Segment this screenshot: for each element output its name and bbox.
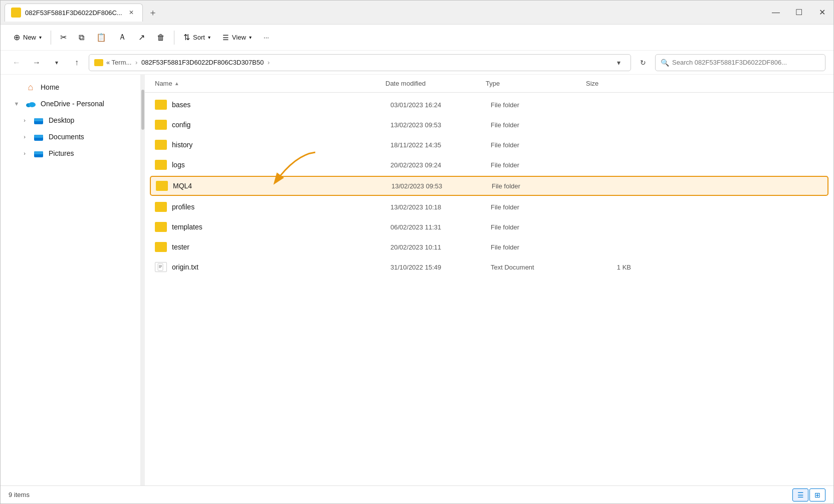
column-name-label: Name — [155, 80, 172, 87]
sidebar-item-pictures[interactable]: › Pictures — [5, 145, 136, 161]
addr-path-part: 082F53F5881F3D6022DF806C3D307B50 — [141, 59, 264, 66]
address-row: ← → ▾ ↑ « Term... › 082F53F5881F3D6022DF… — [1, 51, 833, 75]
folder-icon-logs — [155, 160, 167, 170]
sidebar-scrollbar[interactable] — [141, 75, 145, 485]
sidebar-item-desktop[interactable]: › Desktop — [5, 112, 136, 128]
copy-button[interactable]: ⧉ — [74, 30, 89, 45]
paste-icon: 📋 — [96, 33, 106, 42]
file-size-origin: 1 KB — [591, 264, 641, 271]
file-type-bases: File folder — [491, 101, 591, 109]
sidebar-item-documents[interactable]: › Documents — [5, 129, 136, 145]
scissors-icon: ✂ — [60, 33, 67, 42]
active-tab[interactable]: 082F53F5881F3D6022DF806C... ✕ — [5, 4, 143, 22]
sort-icon: ⇅ — [183, 33, 190, 42]
file-row-config[interactable]: config 13/02/2023 09:53 File folder — [145, 115, 833, 135]
trash-icon: 🗑 — [157, 33, 165, 42]
scrollbar-thumb — [141, 90, 144, 130]
addr-term-part: « Term... — [106, 59, 131, 66]
expand-icon-onedrive: ▼ — [13, 101, 21, 107]
file-date-logs: 20/02/2023 09:24 — [390, 161, 491, 169]
sidebar-item-onedrive[interactable]: ▼ OneDrive - Personal — [5, 96, 136, 112]
pictures-folder-icon — [34, 148, 44, 158]
folder-icon-templates — [155, 222, 167, 232]
new-tab-button[interactable]: ＋ — [145, 5, 161, 21]
delete-button[interactable]: 🗑 — [152, 30, 170, 45]
column-header-size[interactable]: Size — [586, 80, 636, 87]
file-type-profiles: File folder — [491, 203, 591, 211]
file-row-history[interactable]: history 18/11/2022 14:35 File folder — [145, 135, 833, 155]
status-items-count: 9 items — [9, 491, 30, 498]
view-toggle: ☰ ⊞ — [792, 488, 825, 501]
column-type-label: Type — [486, 80, 500, 87]
file-date-tester: 20/02/2023 10:11 — [390, 243, 491, 251]
maximize-button[interactable]: ☐ — [787, 1, 810, 24]
sidebar-label-home: Home — [41, 83, 59, 91]
sidebar-label-onedrive: OneDrive - Personal — [41, 100, 104, 108]
tab-close-button[interactable]: ✕ — [126, 8, 136, 18]
address-dropdown-button[interactable]: ▾ — [611, 56, 626, 70]
file-date-origin: 31/10/2022 15:49 — [390, 264, 491, 271]
recent-locations-button[interactable]: ▾ — [49, 55, 65, 71]
address-bar[interactable]: « Term... › 082F53F5881F3D6022DF806C3D30… — [89, 54, 631, 71]
sidebar-label-pictures: Pictures — [49, 149, 74, 157]
status-bar: 9 items ☰ ⊞ — [1, 485, 833, 503]
tab-title: 082F53F5881F3D6022DF806C... — [25, 9, 122, 17]
file-row-templates[interactable]: templates 06/02/2023 11:31 File folder — [145, 217, 833, 237]
grid-view-button[interactable]: ⊞ — [809, 488, 825, 501]
view-button[interactable]: ☰ View ▾ — [218, 31, 257, 45]
svg-rect-3 — [34, 118, 43, 121]
desktop-folder-icon — [34, 115, 44, 125]
file-type-config: File folder — [491, 121, 591, 129]
file-date-profiles: 13/02/2023 10:18 — [390, 203, 491, 211]
more-button[interactable]: ··· — [259, 31, 274, 44]
file-name-history: history — [172, 141, 390, 149]
file-name-origin: origin.txt — [172, 263, 390, 271]
file-row-mql4[interactable]: MQL4 13/02/2023 09:53 File folder — [150, 176, 828, 196]
file-row-origin[interactable]: origin.txt 31/10/2022 15:49 Text Documen… — [145, 257, 833, 277]
file-name-profiles: profiles — [172, 203, 390, 211]
expand-icon-desktop: › — [21, 117, 29, 123]
toolbar: ⊕ New ▾ ✂ ⧉ 📋 Ａ ↗ 🗑 ⇅ Sort — [1, 25, 833, 51]
file-date-config: 13/02/2023 09:53 — [390, 121, 491, 129]
close-button[interactable]: ✕ — [810, 1, 833, 24]
file-type-tester: File folder — [491, 243, 591, 251]
column-header-name[interactable]: Name ▲ — [155, 80, 385, 87]
file-type-origin: Text Document — [491, 264, 591, 271]
new-button[interactable]: ⊕ New ▾ — [9, 30, 47, 45]
search-input[interactable] — [672, 59, 820, 66]
file-row-logs[interactable]: logs 20/02/2023 09:24 File folder — [145, 155, 833, 175]
column-size-label: Size — [586, 80, 598, 87]
folder-icon-history — [155, 140, 167, 150]
back-button[interactable]: ← — [9, 55, 25, 71]
address-folder-icon — [94, 59, 103, 66]
share-icon: ↗ — [138, 33, 145, 42]
cut-button[interactable]: ✂ — [55, 30, 72, 45]
sidebar-label-documents: Documents — [49, 133, 84, 141]
sort-label: Sort — [193, 34, 205, 41]
sort-button[interactable]: ⇅ Sort ▾ — [178, 30, 216, 45]
up-button[interactable]: ↑ — [69, 55, 85, 71]
file-name-bases: bases — [172, 101, 390, 109]
column-header-type[interactable]: Type — [486, 80, 586, 87]
file-list: bases 03/01/2023 16:24 File folder confi… — [145, 93, 833, 485]
toolbar-separator-1 — [51, 31, 51, 45]
list-view-button[interactable]: ☰ — [792, 488, 808, 501]
sidebar-item-home[interactable]: ⌂ Home — [5, 79, 136, 95]
column-header-date[interactable]: Date modified — [385, 80, 486, 87]
search-box[interactable]: 🔍 — [655, 54, 825, 71]
minimize-button[interactable]: — — [764, 1, 787, 24]
share-button[interactable]: ↗ — [133, 30, 150, 45]
sidebar: ⌂ Home ▼ OneDrive - Personal › — [1, 75, 141, 485]
file-row-tester[interactable]: tester 20/02/2023 10:11 File folder — [145, 237, 833, 257]
file-row-profiles[interactable]: profiles 13/02/2023 10:18 File folder — [145, 197, 833, 217]
paste-button[interactable]: 📋 — [91, 30, 111, 45]
view-chevron-icon: ▾ — [249, 35, 252, 40]
file-date-templates: 06/02/2023 11:31 — [390, 223, 491, 231]
file-row-bases[interactable]: bases 03/01/2023 16:24 File folder — [145, 95, 833, 115]
rename-button[interactable]: Ａ — [113, 29, 131, 46]
forward-button[interactable]: → — [29, 55, 45, 71]
tab-area: 082F53F5881F3D6022DF806C... ✕ ＋ — [5, 1, 764, 24]
file-explorer-window: 082F53F5881F3D6022DF806C... ✕ ＋ — ☐ ✕ ⊕ … — [0, 0, 834, 504]
refresh-button[interactable]: ↻ — [635, 55, 651, 71]
addr-separator-2: › — [268, 59, 270, 66]
